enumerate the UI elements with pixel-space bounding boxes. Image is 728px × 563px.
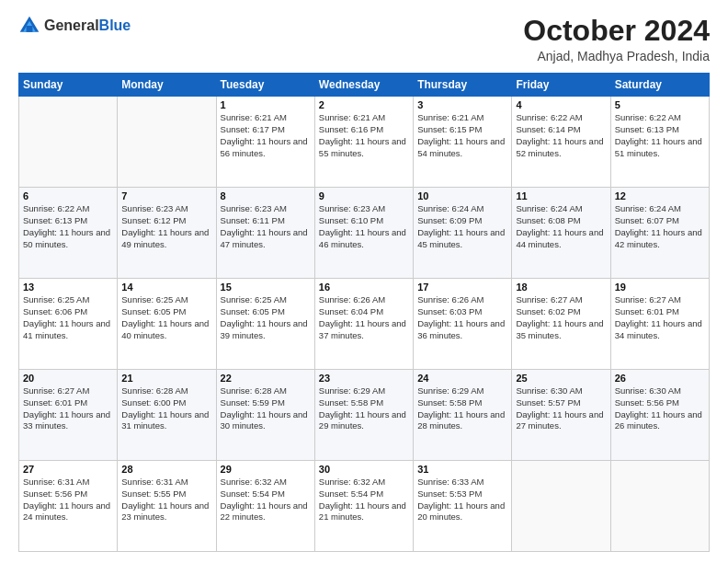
table-row <box>118 97 216 188</box>
header: GeneralBlue October 2024 Anjad, Madhya P… <box>18 15 710 63</box>
day-number: 5 <box>615 99 705 110</box>
logo-blue: Blue <box>99 17 131 33</box>
day-info: Sunrise: 6:32 AM Sunset: 5:54 PM Dayligh… <box>319 477 409 523</box>
header-friday: Friday <box>512 74 610 97</box>
day-info: Sunrise: 6:22 AM Sunset: 6:13 PM Dayligh… <box>23 203 113 250</box>
day-info: Sunrise: 6:22 AM Sunset: 6:13 PM Dayligh… <box>615 112 705 159</box>
logo-icon <box>18 15 40 37</box>
location: Anjad, Madhya Pradesh, India <box>523 49 710 63</box>
table-row: 2Sunrise: 6:21 AM Sunset: 6:16 PM Daylig… <box>314 97 413 188</box>
table-row: 26Sunrise: 6:30 AM Sunset: 5:56 PM Dayli… <box>610 370 709 461</box>
week-row-1: 1Sunrise: 6:21 AM Sunset: 6:17 PM Daylig… <box>19 97 710 188</box>
table-row: 30Sunrise: 6:32 AM Sunset: 5:54 PM Dayli… <box>314 461 413 552</box>
day-number: 7 <box>121 190 211 201</box>
header-tuesday: Tuesday <box>216 74 314 97</box>
table-row: 1Sunrise: 6:21 AM Sunset: 6:17 PM Daylig… <box>216 97 314 188</box>
day-number: 9 <box>319 190 409 201</box>
day-info: Sunrise: 6:23 AM Sunset: 6:10 PM Dayligh… <box>319 203 409 250</box>
day-info: Sunrise: 6:24 AM Sunset: 6:07 PM Dayligh… <box>615 203 705 250</box>
table-row: 21Sunrise: 6:28 AM Sunset: 6:00 PM Dayli… <box>118 370 216 461</box>
table-row: 22Sunrise: 6:28 AM Sunset: 5:59 PM Dayli… <box>216 370 314 461</box>
day-number: 11 <box>516 190 606 201</box>
table-row: 13Sunrise: 6:25 AM Sunset: 6:06 PM Dayli… <box>19 279 118 370</box>
day-info: Sunrise: 6:28 AM Sunset: 5:59 PM Dayligh… <box>221 385 311 432</box>
table-row: 9Sunrise: 6:23 AM Sunset: 6:10 PM Daylig… <box>314 188 413 279</box>
day-info: Sunrise: 6:33 AM Sunset: 5:53 PM Dayligh… <box>417 477 507 523</box>
day-info: Sunrise: 6:29 AM Sunset: 5:58 PM Dayligh… <box>319 385 409 432</box>
day-number: 18 <box>516 282 606 293</box>
logo-general: General <box>44 17 99 33</box>
header-wednesday: Wednesday <box>314 74 413 97</box>
day-number: 10 <box>417 190 507 201</box>
day-number: 31 <box>417 464 507 475</box>
day-info: Sunrise: 6:29 AM Sunset: 5:58 PM Dayligh… <box>417 385 507 432</box>
day-number: 29 <box>221 464 311 475</box>
day-info: Sunrise: 6:24 AM Sunset: 6:09 PM Dayligh… <box>417 203 507 250</box>
week-row-4: 20Sunrise: 6:27 AM Sunset: 6:01 PM Dayli… <box>19 370 710 461</box>
day-number: 20 <box>23 373 113 384</box>
table-row: 17Sunrise: 6:26 AM Sunset: 6:03 PM Dayli… <box>414 279 512 370</box>
table-row: 23Sunrise: 6:29 AM Sunset: 5:58 PM Dayli… <box>314 370 413 461</box>
header-saturday: Saturday <box>610 74 709 97</box>
week-row-5: 27Sunrise: 6:31 AM Sunset: 5:56 PM Dayli… <box>19 461 710 552</box>
table-row: 15Sunrise: 6:25 AM Sunset: 6:05 PM Dayli… <box>216 279 314 370</box>
title-block: October 2024 Anjad, Madhya Pradesh, Indi… <box>523 15 710 63</box>
logo: GeneralBlue <box>18 15 131 37</box>
table-row: 31Sunrise: 6:33 AM Sunset: 5:53 PM Dayli… <box>414 461 512 552</box>
day-info: Sunrise: 6:23 AM Sunset: 6:11 PM Dayligh… <box>221 203 311 250</box>
day-info: Sunrise: 6:31 AM Sunset: 5:55 PM Dayligh… <box>121 477 211 523</box>
day-number: 26 <box>615 373 705 384</box>
table-row: 25Sunrise: 6:30 AM Sunset: 5:57 PM Dayli… <box>512 370 610 461</box>
table-row: 6Sunrise: 6:22 AM Sunset: 6:13 PM Daylig… <box>19 188 118 279</box>
table-row: 3Sunrise: 6:21 AM Sunset: 6:15 PM Daylig… <box>414 97 512 188</box>
day-info: Sunrise: 6:23 AM Sunset: 6:12 PM Dayligh… <box>121 203 211 250</box>
table-row: 18Sunrise: 6:27 AM Sunset: 6:02 PM Dayli… <box>512 279 610 370</box>
day-info: Sunrise: 6:24 AM Sunset: 6:08 PM Dayligh… <box>516 203 606 250</box>
table-row: 5Sunrise: 6:22 AM Sunset: 6:13 PM Daylig… <box>610 97 709 188</box>
day-number: 13 <box>23 282 113 293</box>
day-info: Sunrise: 6:27 AM Sunset: 6:01 PM Dayligh… <box>23 385 113 432</box>
logo-text: GeneralBlue <box>44 17 131 34</box>
day-info: Sunrise: 6:26 AM Sunset: 6:03 PM Dayligh… <box>417 294 507 341</box>
table-row <box>19 97 118 188</box>
day-number: 27 <box>23 464 113 475</box>
day-number: 1 <box>221 99 311 110</box>
week-row-2: 6Sunrise: 6:22 AM Sunset: 6:13 PM Daylig… <box>19 188 710 279</box>
day-number: 30 <box>319 464 409 475</box>
table-row: 7Sunrise: 6:23 AM Sunset: 6:12 PM Daylig… <box>118 188 216 279</box>
day-info: Sunrise: 6:27 AM Sunset: 6:02 PM Dayligh… <box>516 294 606 341</box>
day-number: 16 <box>319 282 409 293</box>
day-info: Sunrise: 6:25 AM Sunset: 6:06 PM Dayligh… <box>23 294 113 341</box>
day-info: Sunrise: 6:21 AM Sunset: 6:17 PM Dayligh… <box>221 112 311 159</box>
day-number: 19 <box>615 282 705 293</box>
week-row-3: 13Sunrise: 6:25 AM Sunset: 6:06 PM Dayli… <box>19 279 710 370</box>
day-info: Sunrise: 6:21 AM Sunset: 6:15 PM Dayligh… <box>417 112 507 159</box>
month-title: October 2024 <box>523 15 710 47</box>
day-number: 14 <box>121 282 211 293</box>
day-number: 8 <box>221 190 311 201</box>
table-row: 20Sunrise: 6:27 AM Sunset: 6:01 PM Dayli… <box>19 370 118 461</box>
day-info: Sunrise: 6:31 AM Sunset: 5:56 PM Dayligh… <box>23 477 113 523</box>
day-info: Sunrise: 6:27 AM Sunset: 6:01 PM Dayligh… <box>615 294 705 341</box>
day-info: Sunrise: 6:22 AM Sunset: 6:14 PM Dayligh… <box>516 112 606 159</box>
table-row: 11Sunrise: 6:24 AM Sunset: 6:08 PM Dayli… <box>512 188 610 279</box>
day-number: 25 <box>516 373 606 384</box>
table-row: 19Sunrise: 6:27 AM Sunset: 6:01 PM Dayli… <box>610 279 709 370</box>
day-info: Sunrise: 6:26 AM Sunset: 6:04 PM Dayligh… <box>319 294 409 341</box>
day-number: 2 <box>319 99 409 110</box>
day-info: Sunrise: 6:25 AM Sunset: 6:05 PM Dayligh… <box>221 294 311 341</box>
day-number: 15 <box>221 282 311 293</box>
table-row: 14Sunrise: 6:25 AM Sunset: 6:05 PM Dayli… <box>118 279 216 370</box>
header-thursday: Thursday <box>414 74 512 97</box>
day-info: Sunrise: 6:28 AM Sunset: 6:00 PM Dayligh… <box>121 385 211 432</box>
day-number: 3 <box>417 99 507 110</box>
table-row: 29Sunrise: 6:32 AM Sunset: 5:54 PM Dayli… <box>216 461 314 552</box>
weekday-header-row: Sunday Monday Tuesday Wednesday Thursday… <box>19 74 710 97</box>
day-number: 12 <box>615 190 705 201</box>
day-info: Sunrise: 6:30 AM Sunset: 5:56 PM Dayligh… <box>615 385 705 432</box>
table-row: 10Sunrise: 6:24 AM Sunset: 6:09 PM Dayli… <box>414 188 512 279</box>
day-number: 23 <box>319 373 409 384</box>
day-number: 6 <box>23 190 113 201</box>
day-number: 22 <box>221 373 311 384</box>
day-info: Sunrise: 6:21 AM Sunset: 6:16 PM Dayligh… <box>319 112 409 159</box>
